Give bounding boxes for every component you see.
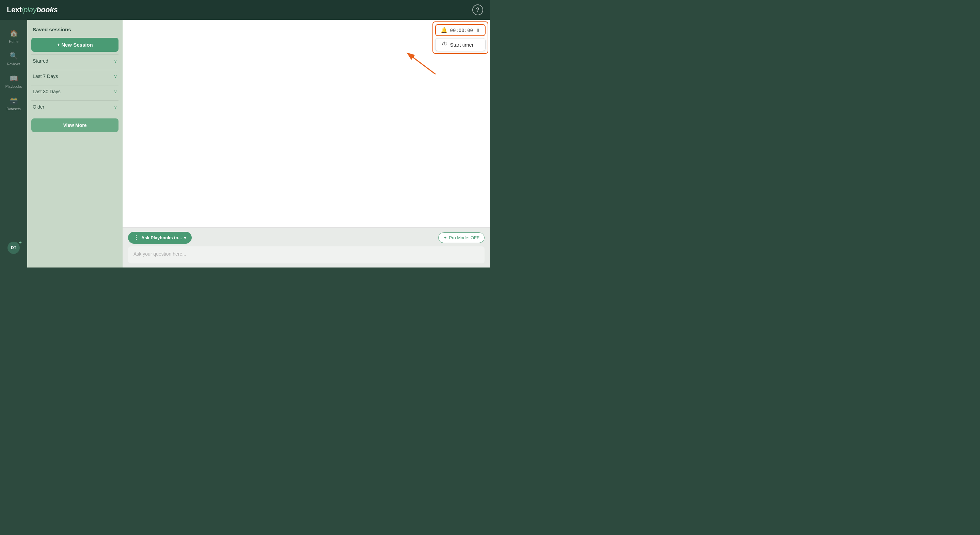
starred-label: Starred [33, 58, 48, 64]
sparkle-icon: ✦ [18, 240, 22, 245]
top-bar: Lext/playbooks ? [0, 0, 490, 20]
timer-time: 00:00:00 [450, 27, 473, 33]
last30days-chevron-icon: ∨ [114, 89, 117, 94]
clock-icon: ⏱ [442, 41, 447, 48]
sidebar-item-home[interactable]: 🏠 Home [0, 25, 27, 48]
last7days-label: Last 7 Days [33, 73, 58, 79]
ask-chevron-icon: ▾ [184, 235, 186, 240]
older-section-header[interactable]: Older ∨ [31, 100, 118, 113]
help-icon[interactable]: ? [472, 5, 483, 15]
starred-section-header[interactable]: Starred ∨ [31, 54, 118, 67]
reviews-icon: 🔍 [10, 52, 18, 60]
new-session-button[interactable]: + New Session [31, 38, 118, 52]
timer-pause-icon[interactable]: ⏸ [476, 27, 480, 33]
top-separator [123, 20, 490, 20]
question-input[interactable]: Ask your question here... [128, 246, 485, 264]
user-avatar-nav[interactable]: DT ✦ [5, 238, 22, 258]
last7days-chevron-icon: ∨ [114, 73, 117, 79]
sparkle-pro-icon: ✦ [443, 235, 447, 240]
datasets-icon: 🗃️ [10, 97, 18, 105]
avatar[interactable]: DT ✦ [8, 241, 20, 254]
sidebar-item-reviews[interactable]: 🔍 Reviews [0, 48, 27, 70]
view-more-button[interactable]: View More [31, 118, 118, 132]
playbooks-icon: 📖 [10, 74, 18, 83]
timer-highlight-box: 🔔 00:00:00 ⏸ ⏱ Start timer [433, 21, 488, 54]
home-icon: 🏠 [10, 29, 18, 37]
left-nav: 🏠 Home 🔍 Reviews 📖 Playbooks 🗃️ Datasets… [0, 20, 27, 268]
timer-display: 🔔 00:00:00 ⏸ [435, 24, 485, 36]
older-label: Older [33, 104, 44, 110]
svg-line-1 [408, 54, 436, 74]
content-area: 🔔 00:00:00 ⏸ ⏱ Start timer [123, 20, 490, 228]
last30days-section-header[interactable]: Last 30 Days ∨ [31, 85, 118, 98]
sidebar-item-playbooks[interactable]: 📖 Playbooks [0, 70, 27, 92]
last30days-label: Last 30 Days [33, 89, 60, 94]
sidebar-title: Saved sessions [31, 25, 118, 35]
arrow-annotation [401, 50, 442, 79]
sidebar-item-datasets[interactable]: 🗃️ Datasets [0, 92, 27, 115]
last7days-section-header[interactable]: Last 7 Days ∨ [31, 70, 118, 83]
sessions-sidebar: Saved sessions + New Session Starred ∨ L… [27, 20, 123, 268]
logo: Lext/playbooks [7, 5, 58, 14]
starred-chevron-icon: ∨ [114, 58, 117, 64]
ask-playbooks-button[interactable]: ⋮ Ask Playbooks to... ▾ [128, 232, 192, 244]
older-chevron-icon: ∨ [114, 104, 117, 110]
main-content: 🔔 00:00:00 ⏸ ⏱ Start timer [123, 20, 490, 268]
dots-icon: ⋮ [134, 235, 139, 241]
input-toolbar: ⋮ Ask Playbooks to... ▾ ✦ Pro Mode: OFF [128, 232, 485, 244]
input-area: ⋮ Ask Playbooks to... ▾ ✦ Pro Mode: OFF … [123, 228, 490, 268]
timer-bell-icon: 🔔 [441, 27, 447, 33]
pro-mode-button[interactable]: ✦ Pro Mode: OFF [438, 232, 485, 243]
start-timer-button[interactable]: ⏱ Start timer [435, 38, 485, 51]
